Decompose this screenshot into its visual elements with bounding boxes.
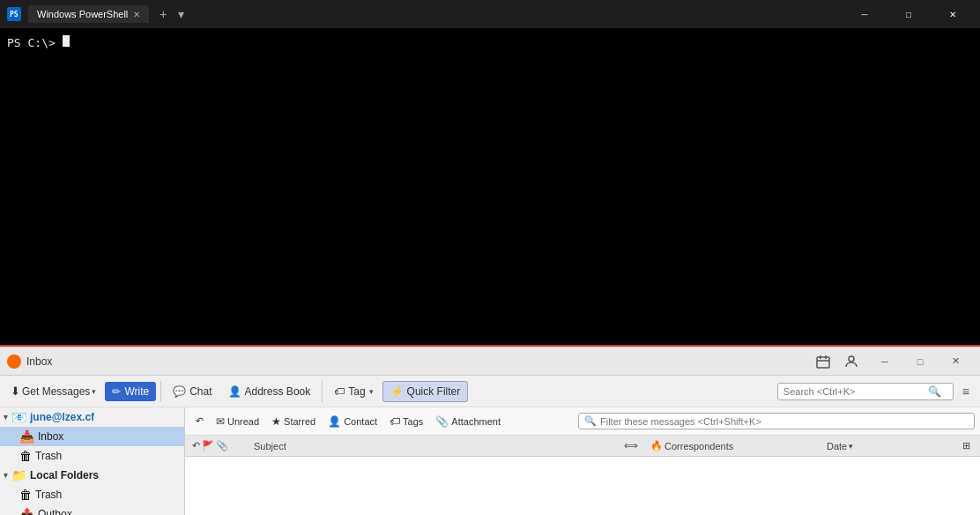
filter-search-input[interactable]: [600, 416, 969, 427]
correspondents-icon: 🔥: [650, 440, 663, 452]
tags-icon: 🏷: [390, 415, 400, 428]
filter-attachment-button[interactable]: 📎 Attachment: [430, 414, 506, 429]
starred-icon: ★: [271, 415, 281, 428]
svg-point-2: [10, 357, 19, 366]
ps-window-controls: ─ □ ✕: [844, 0, 973, 28]
filter-starred-button[interactable]: ★ Starred: [266, 414, 321, 429]
unread-label: Unread: [227, 416, 259, 427]
thread-icon: ⟺: [624, 440, 638, 452]
date-col-label: Date: [827, 441, 847, 452]
msg-col-correspondents[interactable]: 🔥 Correspondents: [647, 440, 823, 452]
msg-col-icons[interactable]: ↶ 🚩 📎: [189, 440, 250, 452]
col-options-button[interactable]: ⊞: [955, 440, 976, 452]
menu-button[interactable]: ≡: [955, 381, 976, 402]
sidebar-local-folders[interactable]: ▾ 📁 Local Folders: [0, 466, 184, 485]
filter-back-button[interactable]: ↶: [190, 414, 209, 429]
ps-tab-add-icon[interactable]: +: [160, 7, 167, 21]
sort-indicator-icon: ↶: [192, 440, 200, 452]
sidebar-item-trash[interactable]: 🗑 Trash: [0, 446, 184, 466]
get-messages-button[interactable]: ⬇ Get Messages ▾: [4, 381, 103, 401]
filter-search-icon: 🔍: [584, 415, 597, 427]
ps-titlebar: PS Windows PowerShell ✕ + ▾ ─ □ ✕: [0, 0, 980, 28]
trash-icon: 🗑: [19, 449, 32, 463]
local-trash-label: Trash: [35, 489, 62, 501]
trash-label: Trash: [35, 450, 62, 462]
msg-col-date[interactable]: Date ▾: [823, 441, 955, 452]
msg-col-thread[interactable]: ⟺: [620, 440, 647, 452]
email-body: ▾ 📧 june@lzex.cf 📥 Inbox 🗑 Trash ▾ 📁 Loc…: [0, 407, 980, 515]
filter-bar-left: ↶ ✉ Unread ★ Starred 👤 Contact: [190, 414, 575, 429]
local-folders-icon: 📁: [11, 468, 26, 482]
chat-icon: 💬: [173, 385, 186, 398]
contacts-icon-btn[interactable]: [839, 349, 864, 374]
sidebar-item-outbox[interactable]: 📤 Outbox: [0, 504, 184, 515]
address-book-icon: 👤: [228, 385, 241, 398]
local-folders-label: Local Folders: [30, 469, 99, 481]
correspondents-col-label: Correspondents: [664, 441, 733, 452]
sidebar-item-local-trash[interactable]: 🗑 Trash: [0, 485, 184, 504]
sidebar: ▾ 📧 june@lzex.cf 📥 Inbox 🗑 Trash ▾ 📁 Loc…: [0, 407, 185, 515]
inbox-icon: 📥: [19, 429, 34, 444]
get-messages-dropdown-icon[interactable]: ▾: [92, 387, 96, 396]
tag-label: Tag: [348, 385, 365, 398]
message-list-header: ↶ 🚩 📎 Subject ⟺ 🔥 Correspondents Date ▾: [185, 436, 980, 457]
quick-filter-button[interactable]: ⚡ Quick Filter: [382, 381, 469, 402]
ps-tab-dropdown-icon[interactable]: ▾: [178, 7, 184, 21]
search-box[interactable]: 🔍: [777, 383, 954, 400]
ps-minimize-button[interactable]: ─: [844, 0, 885, 28]
get-messages-icon: ⬇: [11, 384, 20, 398]
sidebar-account[interactable]: ▾ 📧 june@lzex.cf: [0, 407, 184, 427]
flag-col-icon: 🚩: [202, 440, 214, 452]
email-titlebar: Inbox ─ □ ✕: [0, 347, 980, 376]
get-messages-label: Get Messages: [22, 385, 90, 398]
date-sort-icon: ▾: [849, 442, 853, 451]
account-icon: 📧: [11, 410, 26, 424]
tags-label: Tags: [403, 416, 423, 427]
email-maximize-button[interactable]: □: [902, 348, 938, 375]
powershell-window: PS Windows PowerShell ✕ + ▾ ─ □ ✕ PS C:\…: [0, 0, 980, 347]
sidebar-item-inbox[interactable]: 📥 Inbox: [0, 427, 184, 446]
account-email: june@lzex.cf: [30, 411, 94, 423]
email-close-button[interactable]: ✕: [938, 348, 973, 375]
msg-col-subject[interactable]: Subject: [250, 441, 620, 452]
search-icon: 🔍: [928, 385, 941, 398]
write-label: Write: [124, 385, 149, 398]
ps-cursor: [63, 35, 70, 47]
contact-label: Contact: [344, 416, 377, 427]
write-button[interactable]: ✏ Write: [105, 382, 156, 401]
attachment-col-icon: 📎: [216, 440, 228, 452]
svg-text:PS: PS: [10, 11, 19, 19]
attachment-label: Attachment: [451, 416, 501, 427]
svg-point-7: [849, 356, 854, 362]
calendar-icon-btn[interactable]: [811, 349, 835, 374]
filter-back-icon: ↶: [196, 415, 204, 427]
toolbar-separator-2: [322, 381, 323, 402]
hamburger-icon: ≡: [962, 384, 969, 399]
tag-button[interactable]: 🏷 Tag ▾: [327, 382, 380, 401]
filter-tags-button[interactable]: 🏷 Tags: [384, 414, 428, 429]
address-book-button[interactable]: 👤 Address Book: [221, 382, 318, 401]
ps-content[interactable]: PS C:\>: [0, 28, 980, 345]
filter-contact-button[interactable]: 👤 Contact: [323, 414, 382, 429]
email-minimize-button[interactable]: ─: [867, 348, 902, 375]
unread-icon: ✉: [216, 415, 225, 428]
ps-tab-close-icon[interactable]: ✕: [133, 10, 140, 19]
filter-search-box[interactable]: 🔍: [578, 413, 975, 429]
col-options-icon: ⊞: [962, 440, 970, 452]
thunderbird-icon: [7, 355, 21, 369]
toolbar-separator-1: [160, 381, 161, 402]
tag-dropdown-icon[interactable]: ▾: [369, 387, 374, 396]
ps-close-button[interactable]: ✕: [932, 0, 973, 28]
email-window-title: Inbox: [26, 355, 52, 368]
chat-label: Chat: [189, 385, 212, 398]
ps-maximize-button[interactable]: □: [888, 0, 929, 28]
search-input[interactable]: [783, 386, 924, 397]
chat-button[interactable]: 💬 Chat: [166, 382, 219, 401]
write-icon: ✏: [112, 385, 121, 398]
starred-label: Starred: [284, 416, 316, 427]
ps-tab[interactable]: Windows PowerShell ✕: [28, 5, 149, 23]
email-toolbar: ⬇ Get Messages ▾ ✏ Write 💬 Chat 👤 Addres…: [0, 376, 980, 407]
powershell-icon: PS: [7, 7, 21, 21]
filter-unread-button[interactable]: ✉ Unread: [211, 414, 264, 429]
email-client: Inbox ─ □ ✕ ⬇ Get Messages ▾ ✏ Write: [0, 347, 980, 515]
